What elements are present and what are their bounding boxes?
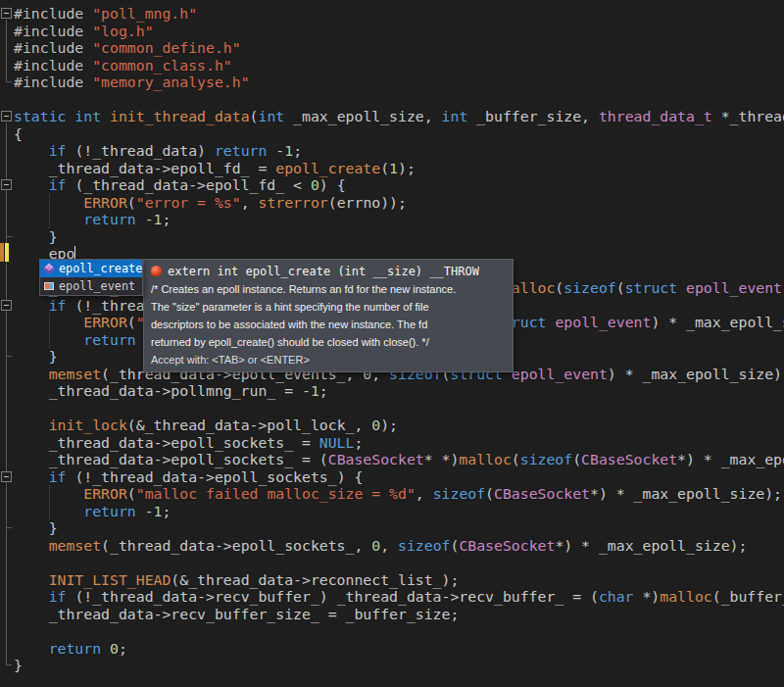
code-token: NULL bbox=[319, 434, 355, 451]
code-token bbox=[14, 366, 49, 382]
code-token: epoll_event bbox=[512, 366, 608, 382]
code-token: -1 bbox=[275, 142, 293, 159]
code-token: ( bbox=[485, 485, 494, 502]
code-token: ( bbox=[555, 279, 564, 296]
autocomplete-list[interactable]: epoll_createepoll_event bbox=[39, 259, 143, 296]
tooltip-doc-line: /* Creates an epoll instance. Returns an… bbox=[151, 280, 506, 298]
code-line[interactable]: if (!_thread_data->recv_buffer_) _thread… bbox=[14, 588, 784, 606]
code-line[interactable]: #include "poll_mng.h" bbox=[14, 5, 784, 23]
code-token: char bbox=[599, 588, 634, 605]
code-line[interactable]: #include "log.h" bbox=[14, 23, 784, 40]
code-line[interactable]: return 0; bbox=[14, 640, 784, 658]
code-token bbox=[267, 142, 275, 159]
fold-collapse-toggle[interactable] bbox=[1, 471, 12, 482]
code-token: ) * _max_epoll_size); bbox=[651, 314, 784, 330]
completion-item-epoll_event[interactable]: epoll_event bbox=[40, 277, 142, 295]
code-line[interactable] bbox=[14, 554, 784, 571]
code-line[interactable]: } bbox=[14, 657, 784, 674]
code-token: #include bbox=[14, 5, 92, 22]
fold-collapse-toggle[interactable] bbox=[1, 300, 12, 311]
indent-guide bbox=[49, 485, 50, 519]
fold-collapse-toggle[interactable] bbox=[1, 111, 12, 122]
code-token: (_buffer_size); bbox=[712, 588, 784, 605]
code-token bbox=[101, 640, 110, 657]
code-token: , bbox=[380, 537, 398, 554]
fold-collapse-toggle[interactable] bbox=[1, 179, 12, 190]
code-token: (&_thread_data->poll_lock_, bbox=[127, 417, 371, 433]
code-token bbox=[14, 571, 49, 588]
code-token: return bbox=[215, 142, 267, 159]
code-token: } bbox=[14, 348, 58, 365]
method-icon bbox=[43, 263, 55, 274]
code-line[interactable]: _thread_data->epoll_sockets_ = (CBaseSoc… bbox=[14, 451, 784, 468]
code-line[interactable]: _thread_data->epoll_sockets_ = NULL; bbox=[14, 434, 784, 452]
code-line[interactable]: #include "common_define.h" bbox=[14, 39, 784, 57]
code-line[interactable]: #include "memory_analyse.h" bbox=[14, 74, 784, 91]
code-token: , bbox=[416, 485, 433, 502]
code-line[interactable]: _thread_data->epoll_fd_ = epoll_create(1… bbox=[14, 160, 784, 177]
code-token bbox=[136, 503, 145, 519]
code-token: memset bbox=[49, 366, 101, 382]
code-token: INIT_LIST_HEAD bbox=[49, 571, 172, 588]
code-line[interactable] bbox=[14, 622, 784, 640]
code-line[interactable]: return -1; bbox=[14, 211, 784, 228]
tooltip-accept-hint: Accept with: <TAB> or <ENTER> bbox=[151, 351, 506, 368]
code-token: 0 bbox=[110, 640, 119, 657]
code-line[interactable] bbox=[14, 400, 784, 417]
code-token: } bbox=[14, 519, 58, 536]
code-token bbox=[14, 297, 49, 314]
code-token: _thread_data->recv_buffer_size_ = _buffe… bbox=[14, 606, 459, 622]
code-token: "common_class.h" bbox=[92, 57, 232, 74]
code-line[interactable]: if (_thread_data->epoll_fd_ < 0) { bbox=[14, 176, 784, 194]
fold-collapse-toggle[interactable] bbox=[1, 8, 12, 19]
code-line[interactable]: _thread_data->recv_buffer_size_ = _buffe… bbox=[14, 606, 784, 623]
fold-region-line bbox=[6, 191, 7, 237]
fold-region-line bbox=[6, 312, 7, 358]
code-token: (_thread_data->epoll_fd_ < bbox=[66, 176, 310, 193]
code-token: malloc bbox=[660, 588, 711, 605]
code-token bbox=[14, 588, 49, 605]
code-token: ERROR bbox=[83, 314, 127, 330]
code-token: -1 bbox=[145, 503, 163, 519]
code-token: 0 bbox=[371, 537, 380, 554]
code-token: if bbox=[49, 176, 67, 193]
code-editor[interactable]: #include "poll_mng.h"#include "log.h"#in… bbox=[0, 0, 784, 687]
code-line[interactable]: memset(_thread_data->epoll_sockets_, 0, … bbox=[14, 537, 784, 555]
code-token: #include bbox=[14, 57, 92, 74]
code-line[interactable]: if (!_thread_data->epoll_sockets_) { bbox=[14, 468, 784, 486]
completion-label: epoll_create bbox=[59, 262, 142, 275]
code-line[interactable]: ERROR("error = %s", strerror(errno)); bbox=[14, 194, 784, 212]
change-marker-saved bbox=[0, 243, 4, 262]
completion-item-epoll_create[interactable]: epoll_create bbox=[40, 260, 142, 277]
code-token: malloc bbox=[459, 451, 511, 467]
code-line[interactable]: if (!_thread_data) return -1; bbox=[14, 142, 784, 160]
code-token: (&_thread_data->reconnect_list_); bbox=[171, 571, 459, 588]
code-token bbox=[136, 211, 145, 227]
completion-label: epoll_event bbox=[59, 279, 135, 293]
change-marker-unsaved bbox=[5, 243, 9, 262]
code-line[interactable] bbox=[14, 91, 784, 109]
code-line[interactable]: return -1; bbox=[14, 503, 784, 520]
code-token: sizeof bbox=[520, 451, 572, 467]
code-line[interactable]: static int init_thread_data(int _max_epo… bbox=[14, 108, 784, 125]
code-token: *_thread_data) bbox=[712, 108, 784, 124]
code-line[interactable]: INIT_LIST_HEAD(&_thread_data->reconnect_… bbox=[14, 571, 784, 589]
code-token: (errno)); bbox=[328, 194, 407, 211]
code-token bbox=[14, 640, 49, 657]
code-token: _thread_data->epoll_fd_ = bbox=[14, 160, 275, 176]
code-token: ( bbox=[127, 194, 136, 211]
code-token: (!_thread_data->epoll_sockets_) { bbox=[66, 468, 363, 485]
code-line[interactable]: } bbox=[14, 519, 784, 537]
code-line[interactable]: _thread_data->pollmng_run_ = -1; bbox=[14, 382, 784, 400]
code-line[interactable]: init_lock(&_thread_data->poll_lock_, 0); bbox=[14, 417, 784, 434]
code-token: ( bbox=[127, 485, 136, 502]
code-token: return bbox=[83, 331, 135, 348]
code-token: if bbox=[49, 588, 67, 605]
code-token: _thread_data->epoll_sockets_ = bbox=[14, 434, 319, 451]
code-line[interactable]: ERROR("malloc failed malloc_size = %d", … bbox=[14, 485, 784, 503]
code-token: return bbox=[83, 211, 135, 227]
code-line[interactable]: #include "common_class.h" bbox=[14, 57, 784, 74]
code-token: epoll_event bbox=[686, 279, 782, 296]
code-line[interactable]: } bbox=[14, 228, 784, 246]
code-line[interactable]: { bbox=[14, 125, 784, 143]
